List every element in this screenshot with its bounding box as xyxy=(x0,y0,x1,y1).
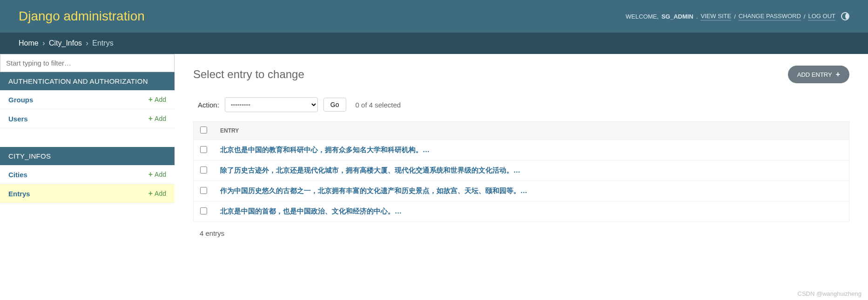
model-link-entrys[interactable]: Entrys xyxy=(8,190,30,198)
page-title: Select entry to change xyxy=(193,68,304,81)
breadcrumb-current: Entrys xyxy=(92,39,113,47)
action-label: Action: xyxy=(198,101,219,109)
period: . xyxy=(696,13,698,20)
app-caption-cityinfos: CITY_INFOS xyxy=(0,147,175,165)
plus-icon: + xyxy=(148,170,153,179)
table-row: 除了历史古迹外，北京还是现代化城市，拥有高楼大厦、现代化交通系统和世界级的文化活… xyxy=(194,160,849,181)
results-table: ENTRY 北京也是中国的教育和科研中心，拥有众多知名大学和科研机构。… 除了历… xyxy=(193,121,849,222)
sidebar-item-cities[interactable]: Cities +Add xyxy=(0,165,175,184)
table-row: 北京是中国的首都，也是中国政治、文化和经济的中心。… xyxy=(194,201,849,222)
table-row: 作为中国历史悠久的古都之一，北京拥有丰富的文化遗产和历史景点，如故宫、天坛、颐和… xyxy=(194,181,849,201)
model-link-groups[interactable]: Groups xyxy=(8,96,33,104)
action-select[interactable]: --------- xyxy=(225,97,318,112)
sidebar: AUTHENTICATION AND AUTHORIZATION Groups … xyxy=(0,54,175,296)
sidebar-item-users[interactable]: Users +Add xyxy=(0,109,175,128)
entry-link[interactable]: 北京是中国的首都，也是中国政治、文化和经济的中心。… xyxy=(220,207,402,215)
go-button[interactable]: Go xyxy=(323,98,346,112)
app-caption-auth: AUTHENTICATION AND AUTHORIZATION xyxy=(0,72,175,90)
entry-link[interactable]: 北京也是中国的教育和科研中心，拥有众多知名大学和科研机构。… xyxy=(220,146,430,153)
breadcrumb-sep: › xyxy=(86,39,88,47)
model-link-users[interactable]: Users xyxy=(8,115,28,123)
entry-link[interactable]: 作为中国历史悠久的古都之一，北京拥有丰富的文化遗产和历史景点，如故宫、天坛、颐和… xyxy=(220,187,527,194)
column-entry[interactable]: ENTRY xyxy=(214,122,849,140)
theme-toggle-icon[interactable] xyxy=(841,12,849,20)
plus-icon: + xyxy=(148,189,153,198)
plus-icon: + xyxy=(148,114,153,123)
row-checkbox[interactable] xyxy=(200,167,207,173)
paginator: 4 entrys xyxy=(193,222,849,245)
logout-link[interactable]: LOG OUT xyxy=(808,13,835,20)
filter-input[interactable] xyxy=(0,54,175,72)
sidebar-gap xyxy=(0,128,175,147)
breadcrumb-home[interactable]: Home xyxy=(19,39,39,47)
add-users-link[interactable]: +Add xyxy=(148,114,166,123)
entry-link[interactable]: 除了历史古迹外，北京还是现代化城市，拥有高楼大厦、现代化交通系统和世界级的文化活… xyxy=(220,166,520,174)
plus-icon: + xyxy=(148,95,153,104)
row-checkbox[interactable] xyxy=(200,146,207,153)
header: Django administration WELCOME, SG_ADMIN.… xyxy=(0,0,868,33)
view-site-link[interactable]: VIEW SITE xyxy=(700,13,731,20)
breadcrumb: Home › City_Infos › Entrys xyxy=(0,33,868,54)
add-cities-link[interactable]: +Add xyxy=(148,170,166,179)
site-title: Django administration xyxy=(19,9,145,24)
table-header-row: ENTRY xyxy=(194,122,849,140)
table-row: 北京也是中国的教育和科研中心，拥有众多知名大学和科研机构。… xyxy=(194,140,849,160)
separator: / xyxy=(734,13,736,20)
content: Select entry to change ADD ENTRY + Actio… xyxy=(175,54,868,296)
sidebar-item-groups[interactable]: Groups +Add xyxy=(0,90,175,109)
add-label: Add xyxy=(155,96,166,103)
add-label: Add xyxy=(155,115,166,122)
breadcrumb-sep: › xyxy=(42,39,45,47)
breadcrumb-app[interactable]: City_Infos xyxy=(49,39,82,47)
content-header: Select entry to change ADD ENTRY + xyxy=(193,66,849,83)
plus-icon: + xyxy=(836,70,840,79)
welcome-text: WELCOME, xyxy=(626,13,659,20)
change-password-link[interactable]: CHANGE PASSWORD xyxy=(739,13,801,20)
watermark: CSDN @wanghuizheng xyxy=(798,290,862,296)
select-all-header xyxy=(194,122,214,140)
add-label: Add xyxy=(155,171,166,178)
sidebar-item-entrys[interactable]: Entrys +Add xyxy=(0,184,175,203)
main: AUTHENTICATION AND AUTHORIZATION Groups … xyxy=(0,54,868,296)
add-label: Add xyxy=(155,190,166,197)
add-groups-link[interactable]: +Add xyxy=(148,95,166,104)
username: SG_ADMIN xyxy=(661,13,693,20)
add-entry-button[interactable]: ADD ENTRY + xyxy=(788,66,849,83)
user-tools: WELCOME, SG_ADMIN. VIEW SITE / CHANGE PA… xyxy=(626,12,849,20)
model-link-cities[interactable]: Cities xyxy=(8,171,27,179)
select-all-checkbox[interactable] xyxy=(200,127,207,133)
separator: / xyxy=(804,13,806,20)
row-checkbox[interactable] xyxy=(200,187,207,194)
actions-bar: Action: --------- Go 0 of 4 selected xyxy=(193,97,849,112)
row-checkbox[interactable] xyxy=(200,207,207,214)
add-entry-label: ADD ENTRY xyxy=(797,71,832,78)
selection-count: 0 of 4 selected xyxy=(356,101,401,109)
add-entrys-link[interactable]: +Add xyxy=(148,189,166,198)
